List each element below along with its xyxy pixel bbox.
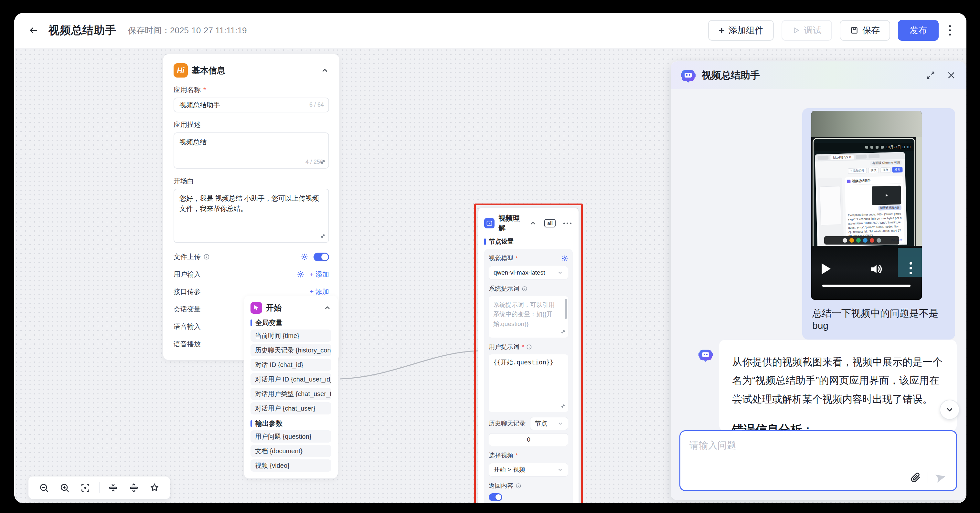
save-icon <box>850 26 859 35</box>
page-title: 视频总结助手 <box>48 23 116 38</box>
info-icon <box>522 286 528 292</box>
gear-icon[interactable] <box>561 255 568 262</box>
chat-input-box <box>679 430 957 491</box>
variable-pill: 对话用户类型 {chat_user_type} <box>250 388 331 400</box>
start-node-icon <box>250 302 262 314</box>
collapse-button[interactable] <box>530 220 536 227</box>
video-source-select[interactable]: 开始 > 视频 <box>489 463 568 476</box>
scroll-down-button[interactable] <box>940 400 959 419</box>
volume-button[interactable] <box>869 262 883 278</box>
model-select[interactable]: qwen-vl-max-latest <box>489 266 568 280</box>
info-icon <box>203 254 210 260</box>
chevron-down-icon <box>557 269 563 276</box>
resize-handle-icon[interactable] <box>560 403 566 410</box>
info-icon <box>526 344 532 350</box>
add-api-param-link[interactable]: + 添加 <box>310 287 329 296</box>
gear-icon[interactable] <box>301 253 309 261</box>
back-button[interactable] <box>27 24 40 37</box>
resize-handle-icon[interactable] <box>320 233 326 240</box>
return-content-toggle[interactable] <box>489 493 502 501</box>
zoom-out-button[interactable] <box>35 479 53 497</box>
mini-error-text: Exception:Error code: 400 - {'error': {'… <box>848 212 902 239</box>
send-button[interactable] <box>935 471 947 484</box>
select-video-label: 选择视频* <box>489 451 568 460</box>
collapse-vertical-button[interactable] <box>104 479 122 497</box>
history-mode-select[interactable]: 节点 <box>530 417 568 430</box>
play-button[interactable] <box>822 263 830 274</box>
gear-icon[interactable] <box>297 270 304 278</box>
chat-scroll-area[interactable]: 10月27日 11:10 MaxKB V2.0 有新版 Chrome 可用 <box>671 89 966 500</box>
video-menu-button[interactable] <box>910 262 912 274</box>
output-params-section: 输出参数 <box>250 419 331 428</box>
attach-button[interactable] <box>910 472 921 483</box>
user-prompt-textarea[interactable]: {{开始.question}} <box>489 354 568 412</box>
chevron-up-icon <box>323 304 331 312</box>
chevron-down-icon <box>945 405 955 415</box>
add-user-input-link[interactable]: + 添加 <box>310 270 329 279</box>
user-prompt-value: {{开始.question}} <box>493 359 554 366</box>
variable-pill: 对话用户 {chat_user} <box>250 402 331 415</box>
node-settings-panel: 视觉模型* qwen-vl-max-latest 系统提示词 系统提示词，可以引… <box>484 249 573 503</box>
history-count-input[interactable] <box>489 433 568 446</box>
publish-button[interactable]: 发布 <box>898 20 939 41</box>
app-name-label: 应用名称* <box>173 85 329 94</box>
close-icon <box>947 70 956 80</box>
topbar: 视频总结助手 保存时间：2025-10-27 11:11:19 + 添加组件 调… <box>14 13 966 48</box>
chat-panel-header: 视频总结助手 <box>671 61 966 89</box>
variable-pill: 当前时间 {time} <box>250 329 331 342</box>
node-menu-button[interactable] <box>562 221 573 226</box>
collapse-button[interactable] <box>321 66 329 75</box>
output-visibility-badge[interactable]: all <box>544 219 555 227</box>
chevron-down-icon <box>558 421 563 426</box>
output-pill: 视频 {video} <box>250 459 331 472</box>
app-desc-label: 应用描述 <box>173 120 329 129</box>
system-prompt-textarea[interactable]: 系统提示词，可以引用系统中的变量：如{{开始.question}} <box>489 296 568 338</box>
app-window: 视频总结助手 保存时间：2025-10-27 11:11:19 + 添加组件 调… <box>14 13 966 503</box>
collapse-button[interactable] <box>323 304 331 312</box>
close-button[interactable] <box>947 70 956 80</box>
fit-view-button[interactable] <box>76 479 94 497</box>
add-component-button[interactable]: + 添加组件 <box>708 20 774 41</box>
debug-button[interactable]: 调试 <box>781 20 832 41</box>
start-node[interactable]: 开始 全局变量 当前时间 {time}历史聊天记录 {history_conte… <box>244 295 338 478</box>
plus-icon: + <box>719 25 725 35</box>
canvas-toolbar <box>29 476 170 499</box>
scrollbar-thumb[interactable] <box>565 299 567 319</box>
expand-vertical-button[interactable] <box>125 479 143 497</box>
resize-handle-icon[interactable] <box>320 159 326 166</box>
video-play-icon <box>486 220 493 226</box>
file-upload-toggle[interactable] <box>313 253 329 261</box>
app-name-input[interactable] <box>173 98 329 113</box>
vision-model-label: 视觉模型* <box>489 254 568 263</box>
chat-preview-panel: 视频总结助手 10月27日 11:10 <box>671 61 966 500</box>
chevron-up-icon <box>321 66 329 75</box>
expand-icon <box>926 70 935 80</box>
output-pill: 文档 {document} <box>250 445 331 457</box>
video-understanding-node[interactable]: 视频理解 all 节点设置 视觉模型* qwen-vl-max-latest <box>478 208 579 503</box>
zoom-in-button[interactable] <box>56 479 74 497</box>
auto-layout-button[interactable] <box>145 479 164 497</box>
chevron-up-icon <box>530 220 536 227</box>
selected-node-highlight: 视频理解 all 节点设置 视觉模型* qwen-vl-max-latest <box>474 203 583 503</box>
resize-handle-icon[interactable] <box>560 329 566 336</box>
variable-pill: 历史聊天记录 {history_context} <box>250 344 331 356</box>
expand-button[interactable] <box>926 70 935 80</box>
chat-input[interactable] <box>689 439 947 469</box>
ai-avatar <box>698 347 713 362</box>
output-pill: 用户问题 {question} <box>250 430 331 443</box>
mini-app-title: 视频总结助手 <box>852 179 870 184</box>
save-button[interactable]: 保存 <box>840 20 890 41</box>
opening-textarea[interactable]: 您好，我是 视频总结 小助手，您可以上传视频文件，我来帮你总结。 <box>174 189 328 242</box>
more-menu-button[interactable] <box>947 22 953 38</box>
history-count-value[interactable] <box>489 434 568 446</box>
toolbar-divider <box>99 482 100 493</box>
video-progress-bar[interactable] <box>822 284 910 287</box>
card-title: 基本信息 <box>192 65 225 76</box>
play-outline-icon <box>792 26 800 35</box>
char-counter: 6 / 64 <box>309 102 324 108</box>
mini-browser-tab: MaxKB V2.0 <box>830 154 854 160</box>
user-prompt-label: 用户提示词* <box>489 343 568 351</box>
save-time: 保存时间：2025-10-27 11:11:19 <box>128 25 247 36</box>
video-player[interactable]: 10月27日 11:10 MaxKB V2.0 有新版 Chrome 可用 <box>811 111 922 300</box>
variable-pill: 对话用户 ID {chat_user_id} <box>250 373 331 385</box>
